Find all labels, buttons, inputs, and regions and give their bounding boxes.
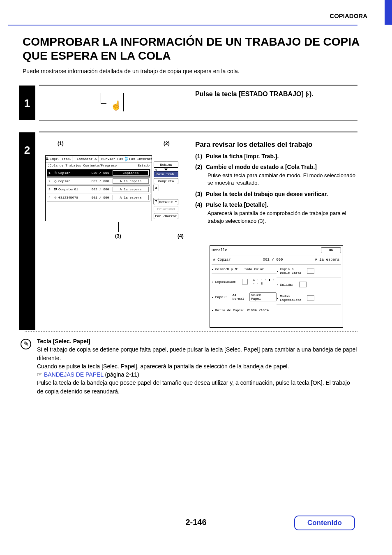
status-job-icon: ⬨	[306, 90, 309, 97]
fax-icon: ✆	[101, 157, 103, 161]
step2-instructions: Para revisar los detalles del trabajo (1…	[195, 141, 357, 229]
page-title: COMPROBAR LA INFORMACIÓN DE UN TRABAJO D…	[23, 35, 360, 62]
printer-icon: 🖶	[46, 157, 49, 161]
detail-subheader: ◷ Copiar 002 / 000 A la espera	[212, 257, 341, 265]
par-borrar-button[interactable]: Par./Borrar	[154, 213, 178, 219]
clock-icon: ◷	[53, 179, 58, 183]
job-row-1[interactable]: 1⎘ Copiar 020 / 001 Copiando	[47, 169, 150, 177]
selec-papel-button[interactable]: Selec. Papel	[249, 292, 276, 301]
prioridad-button[interactable]: Prioridad	[154, 206, 178, 212]
action-buttons: Detalle● Prioridad Par./Borrar	[154, 199, 178, 220]
job-queue-screen: (1) (2) 🖶Impr. Trab. ⌁Escanear A ✆Enviar…	[45, 145, 179, 221]
note-p2: Cuando se pulse la tecla [Selec. Papel],…	[37, 362, 357, 370]
tab-ifax[interactable]: 🌐Fax Internet	[125, 156, 152, 162]
computer-icon: 🖳	[53, 187, 58, 191]
note-link-line: ☞ BANDEJAS DE PAPEL (página 2-11)	[37, 370, 357, 379]
detail-right-col: •Copia a Doble Cara: •Salida: •Modos Esp…	[277, 267, 341, 319]
detail-title: Detalle	[212, 248, 227, 252]
hand-pointer-icon: ☝	[111, 100, 122, 111]
note-p3: Pulse la tecla de la bandeja que posee p…	[37, 379, 357, 395]
step1-instruction: Pulse la tecla [ESTADO TRABAJO] ( ). ⬨	[195, 90, 314, 98]
completo-button[interactable]: Completo	[154, 178, 178, 184]
header-section-label: COPIADORA	[330, 12, 367, 19]
tab-impr-trab[interactable]: 🖶Impr. Trab.	[46, 156, 72, 162]
step1-top-rule	[39, 85, 357, 86]
header-rule	[8, 25, 357, 25]
special-modes-icon	[307, 295, 314, 301]
job-row-2[interactable]: 2◷ Copiar 002 / 000 A la espera	[47, 177, 150, 185]
step1-bottom-rule	[39, 120, 357, 121]
instruction-4: (4)Pulse la tecla [Detalle]. Aparecerá l…	[195, 201, 357, 224]
pencil-icon: ✎	[21, 339, 31, 349]
intro-text: Puede mostrarse información detallada de…	[23, 68, 240, 74]
detalle-button[interactable]: Detalle●	[154, 199, 178, 205]
scroll-up-button[interactable]: ▲	[153, 185, 159, 191]
column-header: JCola de Trabajos Conjunto/Progreso Esta…	[46, 162, 152, 169]
tab-escanear[interactable]: ⌁Escanear A	[72, 156, 99, 162]
step-number-1: 1	[19, 86, 35, 120]
detail-header: Detalle OK	[212, 247, 341, 255]
detail-ui[interactable]: Detalle OK ◷ Copiar 002 / 000 A la esper…	[210, 245, 343, 328]
step-number-2: 2	[19, 132, 35, 330]
callout-3: (3)	[115, 233, 121, 239]
step2-top-rule	[39, 132, 357, 132]
instruction-2: (2)Cambie el modo de estado a [Cola Trab…	[195, 164, 357, 187]
instruction-1: (1)Pulse la ficha [Impr. Trab.].	[195, 153, 357, 160]
detail-screen-figure: Detalle OK ◷ Copiar 002 / 000 A la esper…	[210, 245, 343, 328]
step2-heading: Para revisar los detalles del trabajo	[195, 141, 357, 149]
tab-fax[interactable]: ✆Enviar Fax	[99, 156, 126, 162]
phone-icon: ✆	[53, 196, 58, 199]
globe-icon: 🌐	[125, 157, 128, 161]
bobina-button[interactable]: Bobina	[154, 162, 178, 168]
exposure-icon	[242, 279, 247, 284]
queue-ui[interactable]: 🖶Impr. Trab. ⌁Escanear A ✆Enviar Fax 🌐Fa…	[45, 155, 152, 221]
output-icon	[299, 282, 307, 287]
page-indicator: 1 1	[154, 168, 159, 176]
clock-icon: ◷	[213, 258, 215, 261]
callout-2: (2)	[164, 141, 170, 146]
callout-4: (4)	[178, 233, 184, 239]
tabs-row: 🖶Impr. Trab. ⌁Escanear A ✆Enviar Fax 🌐Fa…	[46, 156, 152, 162]
job-row-4[interactable]: 4✆ 0312345678 001 / 000 A la espera	[47, 194, 150, 201]
bandejas-link[interactable]: BANDEJAS DE PAPEL	[44, 371, 104, 378]
contenido-button[interactable]: Contenido	[294, 516, 355, 530]
note-p1: Si el trabajo de copia se detiene porque…	[37, 345, 357, 362]
scanner-icon: ⌁	[74, 157, 76, 161]
header-accent	[385, 0, 392, 25]
instruction-3: (3)Pulse la tecla del trabajo que desee …	[195, 191, 357, 197]
note-divider	[25, 331, 357, 332]
copy-icon: ⎘	[53, 171, 58, 175]
arrow-down-icon	[164, 169, 168, 171]
duplex-icon	[307, 268, 314, 274]
job-row-3[interactable]: 3🖳 Computer01 002 / 000 A la espera	[47, 185, 150, 193]
callout-1: (1)	[58, 141, 64, 146]
ok-button[interactable]: OK	[321, 247, 341, 253]
note-heading: Tecla [Selec. Papel]	[37, 337, 357, 345]
note-section: ✎ Tecla [Selec. Papel] Si el trabajo de …	[37, 337, 357, 395]
detail-left-col: •Color/B y N: Todo Color •Exposición: 1 …	[212, 267, 277, 319]
